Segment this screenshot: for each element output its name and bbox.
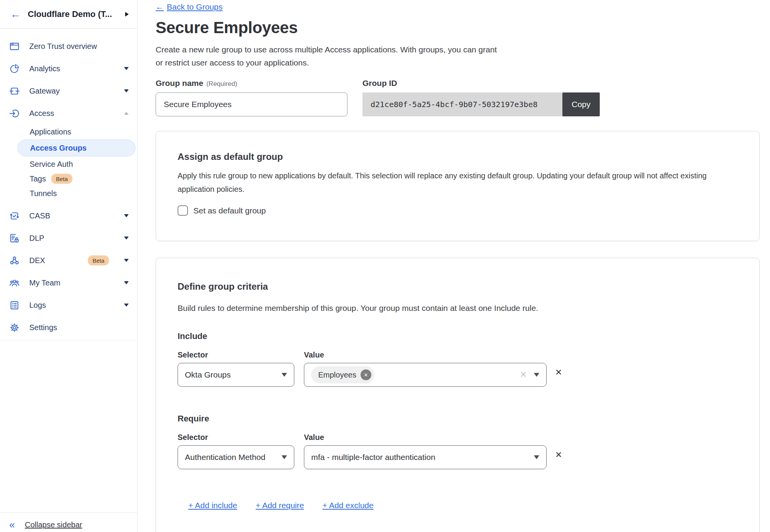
sidebar-item-access[interactable]: Access [0,102,137,124]
require-rule-row: Authentication Method mfa - multiple-fac… [178,445,738,469]
sidebar-item-analytics[interactable]: Analytics [0,57,137,80]
copy-button[interactable]: Copy [562,92,600,116]
chevron-down-icon [124,214,129,217]
group-name-field-block: Group name(Required) [156,79,347,116]
sidebar-item-label: DLP [29,234,114,243]
require-value-dropdown[interactable]: mfa - multiple-factor authentication [304,445,547,469]
sidebar-item-label: My Team [29,279,114,287]
sidebar-item-gateway[interactable]: Gateway [0,80,137,102]
required-note: (Required) [206,80,237,87]
document-lock-icon [9,233,20,243]
account-title: Cloudflare Demo (T... [28,9,118,19]
sidebar-item-label: Service Auth [30,160,73,169]
set-default-group-label: Set as default group [193,206,266,215]
default-group-card-description: Apply this rule group to new application… [178,169,738,196]
page-description-line: Create a new rule group to use across mu… [156,43,760,56]
require-selector-label: Selector [178,433,304,442]
rule-actions-row: + Add include + Add require + Add exclud… [188,501,738,510]
sidebar-header: ← Cloudflare Demo (T... [0,0,137,29]
add-require-link[interactable]: + Add require [256,501,304,510]
window-icon [9,41,20,52]
sidebar-item-dex[interactable]: DEX Beta [0,249,137,272]
double-chevron-left-icon: « [9,520,15,530]
chevron-down-icon [124,237,129,240]
collapse-sidebar-label: Collapse sidebar [25,520,82,529]
sidebar-nav: Zero Trust overview Analytics Gateway [0,29,137,341]
page-description: Create a new rule group to use across mu… [156,43,760,69]
login-circle-icon [9,108,20,119]
default-group-card-title: Assign as default group [178,151,738,162]
include-selector-value: Okta Groups [185,370,231,379]
list-document-icon [9,300,20,310]
group-id-value: d21ce80f-5a25-4bcf-9b07-5032197e3be8 [362,92,562,116]
default-group-checkbox-row: Set as default group [178,205,738,216]
chevron-down-icon [124,89,129,92]
add-include-link[interactable]: + Add include [188,501,237,510]
remove-require-rule-icon[interactable]: ✕ [555,450,562,460]
chevron-right-icon[interactable] [125,12,129,17]
criteria-card-title: Define group criteria [178,281,738,292]
clear-value-icon[interactable]: ✕ [520,370,527,380]
pie-chart-icon [9,64,20,74]
default-group-description-line: application policies. [178,183,738,196]
sidebar-item-applications[interactable]: Applications [0,124,137,139]
include-heading: Include [178,331,738,341]
set-default-group-checkbox[interactable] [178,205,188,216]
sidebar-item-casb[interactable]: CASB [0,205,137,227]
value-chip-label: Employees [318,371,356,379]
casb-sync-check-icon [9,211,20,221]
require-heading: Require [178,414,738,424]
include-value-multiselect[interactable]: Employees ✕ ✕ [304,363,547,387]
sidebar-item-settings[interactable]: Settings [0,316,137,339]
back-to-groups-link[interactable]: ← Back to Groups [156,2,223,12]
beta-badge: Beta [88,255,109,265]
sidebar: ← Cloudflare Demo (T... Zero Trust overv… [0,0,138,532]
value-chip: Employees ✕ [311,366,374,383]
sidebar-item-tunnels[interactable]: Tunnels [0,186,137,201]
sidebar-item-service-auth[interactable]: Service Auth [0,157,137,171]
gear-icon [9,322,20,333]
sidebar-item-dlp[interactable]: DLP [0,227,137,249]
page-title: Secure Employees [156,18,760,37]
sidebar-item-my-team[interactable]: My Team [0,272,137,294]
require-selector-dropdown[interactable]: Authentication Method [178,445,294,469]
group-form-row: Group name(Required) Group ID d21ce80f-5… [156,79,760,116]
sidebar-item-zero-trust-overview[interactable]: Zero Trust overview [0,35,137,57]
chip-remove-icon[interactable]: ✕ [361,369,371,380]
require-selector-value: Authentication Method [185,453,265,462]
chevron-down-icon [124,281,129,284]
sidebar-item-label: Access Groups [30,144,87,153]
default-group-description-line: Apply this rule group to new application… [178,169,738,183]
remove-include-rule-icon[interactable]: ✕ [555,368,562,378]
access-sub-list: Applications Access Groups Service Auth … [0,124,137,201]
sidebar-item-label: Tags [30,175,46,183]
beta-badge: Beta [51,174,72,184]
sidebar-item-logs[interactable]: Logs [0,294,137,316]
include-selector-dropdown[interactable]: Okta Groups [178,363,294,387]
back-link-label: Back to Groups [167,2,223,12]
nodes-cluster-icon [9,255,20,266]
include-rule-row: Okta Groups Employees ✕ ✕ ✕ [178,363,738,387]
require-label-row: Selector Value [178,433,738,442]
chevron-down-icon [534,373,539,377]
require-value-text: mfa - multiple-factor authentication [311,453,435,462]
back-arrow-icon[interactable]: ← [10,9,21,20]
group-id-label: Group ID [362,79,397,87]
sidebar-item-label: Gateway [29,87,114,96]
sidebar-item-access-groups[interactable]: Access Groups [17,139,136,156]
group-id-block: Group ID d21ce80f-5a25-4bcf-9b07-5032197… [362,79,600,116]
collapse-sidebar-button[interactable]: « Collapse sidebar [0,512,137,532]
chevron-down-icon [124,259,129,262]
default-group-card: Assign as default group Apply this rule … [156,131,760,241]
chevron-down-icon [534,455,539,459]
chevron-down-icon [124,67,129,70]
group-name-input[interactable] [156,92,347,116]
sidebar-item-tags[interactable]: Tags Beta [0,171,137,186]
add-exclude-link[interactable]: + Add exclude [322,501,374,510]
team-icon [9,278,20,288]
include-value-label: Value [304,351,324,359]
chevron-up-icon [124,112,129,115]
sidebar-item-label: Tunnels [30,189,57,198]
chevron-down-icon [282,373,287,377]
group-name-label: Group name [156,79,203,87]
